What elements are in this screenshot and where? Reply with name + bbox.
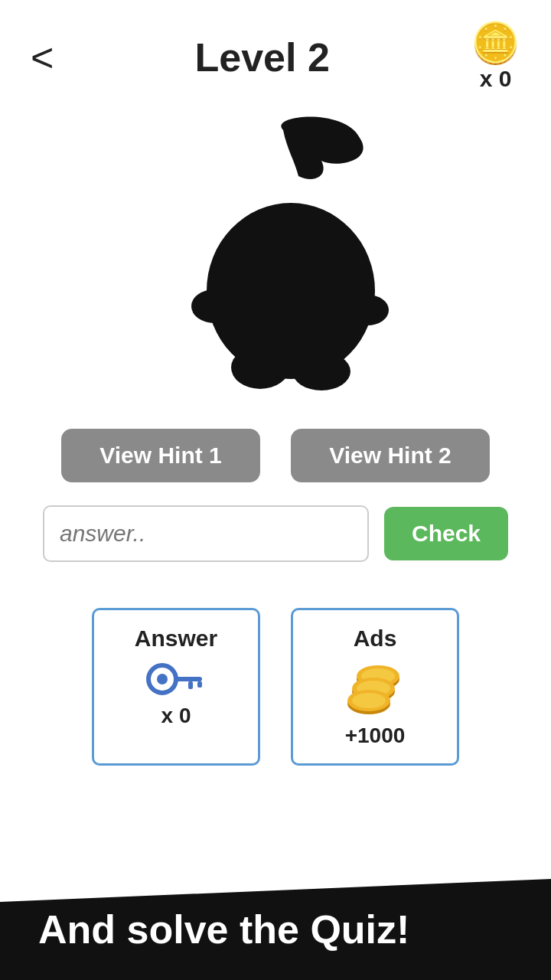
answer-card-value: x 0 bbox=[161, 704, 191, 728]
bottom-banner-text: And solve the Quiz! bbox=[38, 907, 409, 952]
coins-icon: 🪙 bbox=[471, 23, 520, 63]
answer-row: Check bbox=[0, 505, 551, 562]
view-hint-2-button[interactable]: View Hint 2 bbox=[291, 429, 490, 482]
ads-card-label: Ads bbox=[354, 626, 397, 652]
coins-stack-icon bbox=[344, 662, 406, 716]
powerup-cards-row: Answer x 0 Ads bbox=[0, 593, 551, 789]
pokemon-silhouette bbox=[145, 115, 406, 406]
bottom-banner: And solve the Quiz! bbox=[0, 879, 551, 980]
coins-count: x 0 bbox=[480, 66, 512, 92]
back-button[interactable]: < bbox=[31, 38, 54, 77]
svg-point-2 bbox=[231, 346, 289, 389]
svg-rect-11 bbox=[197, 681, 202, 688]
hint-buttons-row: View Hint 1 View Hint 2 bbox=[0, 429, 551, 482]
svg-rect-10 bbox=[188, 681, 193, 689]
ads-card-value: +1000 bbox=[345, 724, 406, 748]
ads-powerup-card[interactable]: Ads +1000 bbox=[291, 608, 459, 766]
svg-point-8 bbox=[157, 674, 168, 684]
answer-powerup-card[interactable]: Answer x 0 bbox=[92, 608, 260, 766]
svg-point-1 bbox=[218, 241, 272, 295]
svg-point-6 bbox=[245, 311, 276, 332]
svg-rect-9 bbox=[174, 677, 202, 681]
silhouette-area bbox=[0, 100, 551, 429]
answer-input[interactable] bbox=[43, 505, 369, 562]
view-hint-1-button[interactable]: View Hint 1 bbox=[61, 429, 260, 482]
key-icon bbox=[145, 662, 207, 696]
answer-card-label: Answer bbox=[135, 626, 217, 652]
svg-point-4 bbox=[191, 289, 237, 323]
level-title: Level 2 bbox=[195, 34, 330, 80]
header: < Level 2 🪙 x 0 bbox=[0, 0, 551, 100]
coins-display: 🪙 x 0 bbox=[471, 23, 520, 92]
svg-point-20 bbox=[352, 693, 386, 708]
check-button[interactable]: Check bbox=[384, 507, 508, 560]
svg-point-3 bbox=[292, 352, 350, 390]
svg-point-5 bbox=[346, 295, 389, 325]
